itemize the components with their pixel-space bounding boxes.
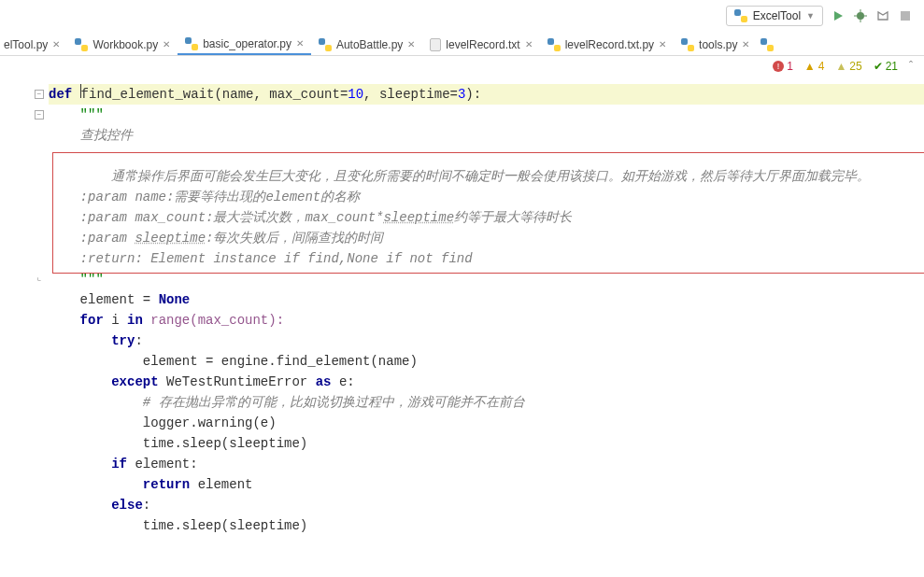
- fold-icon[interactable]: −: [35, 110, 44, 120]
- close-icon[interactable]: ✕: [659, 39, 666, 49]
- comment: # 存在抛出异常的可能，比如说切换过程中，游戏可能并不在前台: [49, 392, 525, 413]
- param: max_count: [269, 84, 340, 105]
- weak-warning-indicator[interactable]: ▲ 25: [835, 60, 861, 73]
- docstring: :param max_count:最大尝试次数，max_count*: [49, 207, 383, 228]
- typo-indicator[interactable]: ✔ 21: [874, 60, 898, 73]
- run-config-label: ExcelTool: [753, 9, 801, 22]
- close-icon[interactable]: ✕: [407, 39, 415, 49]
- docstring: sleeptime: [135, 228, 206, 248]
- tab-levelrecord-txt-py[interactable]: levelRecord.txt.py ✕: [540, 34, 674, 55]
- tab-eltool[interactable]: elTool.py ✕: [4, 34, 67, 55]
- close-icon[interactable]: ✕: [525, 39, 533, 49]
- text-file-icon: [430, 38, 441, 51]
- close-icon[interactable]: ✕: [163, 39, 170, 49]
- tab-label: tools.py: [699, 38, 737, 51]
- fold-end-icon[interactable]: ⌞: [35, 274, 44, 284]
- code-line: element =: [49, 289, 159, 310]
- keyword-for: for: [80, 310, 112, 331]
- python-icon: [75, 38, 88, 51]
- code-line: logger.warning(e): [49, 413, 277, 433]
- error-indicator[interactable]: ! 1: [773, 60, 793, 73]
- eq: =: [450, 84, 458, 105]
- paren: (: [214, 84, 221, 105]
- docstring-close: """: [49, 269, 104, 289]
- paren: ):: [465, 84, 481, 105]
- python-icon: [734, 9, 747, 22]
- debug-icon[interactable]: [853, 8, 868, 23]
- tab-workbook[interactable]: Workbook.py ✕: [67, 34, 178, 55]
- number: 3: [458, 84, 465, 105]
- python-icon: [319, 38, 332, 51]
- keyword-in: in: [127, 310, 150, 331]
- tab-label: Workbook.py: [92, 38, 158, 51]
- editor-tabs: elTool.py ✕ Workbook.py ✕ basic_operator…: [0, 34, 924, 56]
- close-icon[interactable]: ✕: [742, 39, 749, 49]
- typo-icon: ✔: [874, 60, 883, 73]
- warning-count: 4: [818, 60, 825, 73]
- typo-count: 21: [886, 60, 898, 73]
- error-icon: !: [773, 61, 784, 72]
- svg-point-0: [857, 12, 864, 20]
- keyword-if: if: [111, 454, 135, 474]
- run-with-coverage-icon[interactable]: [875, 8, 890, 23]
- svg-rect-5: [901, 11, 910, 21]
- docstring: 约等于最大等待时长: [454, 207, 572, 228]
- var: element:: [135, 454, 197, 474]
- python-icon: [185, 37, 198, 50]
- tab-levelrecord-txt[interactable]: levelRecord.txt ✕: [422, 34, 539, 55]
- close-icon[interactable]: ✕: [52, 39, 60, 49]
- docstring-open: """: [49, 105, 104, 125]
- code-area[interactable]: − def find_element_wait(name, max_count=…: [41, 84, 924, 577]
- keyword-def: def: [49, 84, 80, 105]
- dropdown-icon: ▼: [806, 11, 815, 21]
- tab-label: levelRecord.txt: [446, 38, 519, 51]
- error-count: 1: [787, 60, 793, 73]
- weak-warning-icon: ▲: [835, 60, 846, 73]
- warning-indicator[interactable]: ▲ 4: [804, 60, 825, 73]
- python-icon: [761, 38, 774, 51]
- keyword-return: return: [143, 474, 198, 495]
- run-config-select[interactable]: ExcelTool ▼: [726, 6, 823, 26]
- docstring: :每次失败后，间隔查找的时间: [206, 228, 383, 248]
- tab-label: AutoBattle.py: [336, 38, 403, 51]
- param: sleeptime: [379, 84, 450, 105]
- stop-icon[interactable]: [898, 8, 913, 23]
- docstring: :param: [49, 228, 135, 248]
- tab-more[interactable]: [757, 34, 777, 55]
- docstring: :param name:需要等待出现的element的名称: [49, 187, 360, 207]
- docstring: sleeptime: [383, 207, 454, 228]
- tab-autobattle[interactable]: AutoBattle.py ✕: [311, 34, 422, 55]
- close-icon[interactable]: ✕: [296, 38, 304, 49]
- class-name: WeTestRuntimeError: [166, 372, 316, 392]
- run-icon[interactable]: [831, 8, 846, 23]
- docstring: :return: Element instance if find,None i…: [49, 248, 473, 269]
- eq: =: [340, 84, 348, 105]
- expand-inspection-icon[interactable]: ˆ: [909, 60, 913, 73]
- comma: ,: [363, 84, 379, 105]
- docstring: 通常操作后界面可能会发生巨大变化，且变化所需要的时间不确定时一般会使用该接口。如…: [49, 166, 870, 187]
- keyword-as: as: [316, 372, 339, 392]
- number: 10: [348, 84, 363, 105]
- tab-label: basic_operator.py: [203, 37, 291, 50]
- inspection-indicators: ! 1 ▲ 4 ▲ 25 ✔ 21 ˆ: [773, 60, 913, 73]
- code-editor[interactable]: − def find_element_wait(name, max_count=…: [0, 84, 924, 577]
- var: i: [111, 310, 127, 331]
- code-line: time.sleep(sleeptime): [49, 433, 307, 454]
- var: e:: [339, 372, 355, 392]
- weak-warning-count: 25: [849, 60, 861, 73]
- tab-label: levelRecord.txt.py: [565, 38, 654, 51]
- function-name: find_element_wait: [81, 84, 215, 105]
- gutter: [0, 84, 41, 577]
- run-toolbar: ExcelTool ▼: [726, 6, 913, 26]
- tab-basic-operator[interactable]: basic_operator.py ✕: [178, 34, 311, 56]
- keyword-try: try: [111, 331, 135, 351]
- keyword-except: except: [111, 372, 166, 392]
- builtin: range(max_count):: [150, 310, 284, 331]
- docstring: 查找控件: [49, 125, 133, 146]
- keyword-else: else: [111, 495, 143, 515]
- code-line: time.sleep(sleeptime): [49, 515, 307, 536]
- tab-tools[interactable]: tools.py ✕: [674, 34, 757, 55]
- fold-icon[interactable]: −: [35, 90, 44, 99]
- warning-icon: ▲: [804, 60, 816, 73]
- keyword-none: None: [159, 289, 191, 310]
